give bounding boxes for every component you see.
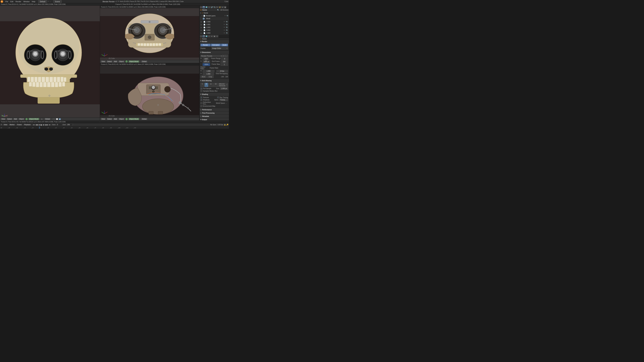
metadata-section-header[interactable]: ▷ Metadata xyxy=(200,115,229,118)
env-map-checkbox[interactable] xyxy=(200,105,202,107)
prop-icon-texture[interactable]: ▦ xyxy=(224,6,226,8)
timeline-key-btn[interactable]: 🔑 xyxy=(226,124,228,125)
layer-3002-eye[interactable]: 👁 xyxy=(224,29,225,31)
layer-2000-cam[interactable]: 📷 xyxy=(226,21,228,22)
playback-btn[interactable]: Playback xyxy=(23,123,32,126)
textures-checkbox[interactable] xyxy=(200,96,202,98)
dimensions-section-header[interactable]: ▾ Dimensions xyxy=(200,51,229,54)
fps-input[interactable]: 24 fps xyxy=(216,70,228,72)
select-btn-br[interactable]: Select xyxy=(106,118,113,120)
start-frame-input[interactable]: 0 xyxy=(221,58,228,60)
renderlayers-eye[interactable]: 👁 xyxy=(224,15,226,16)
render-btn[interactable]: Render xyxy=(200,44,210,46)
frame-btn[interactable]: Frame xyxy=(16,123,23,126)
aa-size-input[interactable]: 1.000 px xyxy=(220,87,228,90)
prop-icon-render[interactable]: 🎥 xyxy=(200,6,202,8)
prop-icon-constraints[interactable]: 🔗 xyxy=(210,6,213,8)
next-keyframe-btn[interactable]: ▶▶ xyxy=(45,124,48,126)
select-btn-tr[interactable]: Select xyxy=(106,60,113,63)
scene-search-btn[interactable]: 🔍 xyxy=(217,9,219,11)
prop-icon-modifiers[interactable]: 🔧 xyxy=(213,6,216,8)
add-btn-tr[interactable]: Add xyxy=(113,60,118,63)
object-btn-tr[interactable]: Object xyxy=(118,60,125,63)
alpha-dropdown[interactable]: Transpar... xyxy=(219,99,228,101)
presets-remove-btn[interactable]: - xyxy=(225,55,228,57)
aa-filter-dropdown[interactable]: Mitchell-Netravali ▾ xyxy=(218,83,228,87)
prop-icon2-part[interactable]: ✦ xyxy=(216,35,218,37)
renderlayers-cam[interactable]: 📷 xyxy=(226,15,228,16)
timeline-ruler[interactable]: -50 -40 -30 -20 -10 0 10 20 30 40 50 60 … xyxy=(0,126,229,129)
bord-btn[interactable]: Bord xyxy=(200,76,206,78)
performance-section-header[interactable]: ▷ Performance xyxy=(200,108,229,111)
presets-add-btn[interactable]: + xyxy=(222,55,225,57)
shading-section-header[interactable]: ▾ Shading xyxy=(200,93,229,96)
layer-item-2002[interactable]: ▷ 📄 2.002 👁 📷 xyxy=(200,26,229,29)
layer-2002-cam[interactable]: 📷 xyxy=(226,26,228,28)
aa-val-11[interactable]: 11 xyxy=(208,83,213,87)
select-btn-left[interactable]: Select xyxy=(6,118,13,120)
menu-render[interactable]: Render xyxy=(14,0,22,3)
viewport-left[interactable]: X Y Z (0) Cube View Select Add Object Ob… xyxy=(0,6,100,120)
layer-item-3002[interactable]: ▷ 📄 3.002 👁 📷 xyxy=(200,29,229,31)
aspect-y-input[interactable]: 1.000 xyxy=(203,73,214,75)
play-end-btn[interactable]: ⏭ xyxy=(49,124,51,126)
prop-icon2-render[interactable]: 🎥 xyxy=(200,35,202,37)
layer-2001-eye[interactable]: 👁 xyxy=(224,24,225,25)
play-btn[interactable]: ▶ xyxy=(41,123,42,126)
crop-btn[interactable]: Crop xyxy=(207,76,214,78)
start-frame-input[interactable] xyxy=(56,123,62,126)
prop-icon2-obj[interactable]: ⬡ xyxy=(208,35,210,37)
layout-selector[interactable]: Default xyxy=(38,0,47,3)
scene-tree-renderlayers[interactable]: ▾ 📄 RenderLayers 👁 📷 xyxy=(200,14,229,17)
shadows-checkbox[interactable] xyxy=(200,99,202,101)
view-btn-tr[interactable]: View xyxy=(100,60,106,63)
prop-icon-physics[interactable]: ⚡ xyxy=(218,6,221,8)
view-icon-3[interactable]: ◆ xyxy=(59,118,61,120)
aa-val-5[interactable]: 5 xyxy=(200,83,204,87)
aa-val-8[interactable]: 8 xyxy=(204,83,208,87)
aa-section-header[interactable]: ▾ Anti-Aliasing xyxy=(200,79,229,82)
prop-icon-material[interactable]: ● xyxy=(221,6,224,8)
prop-icon-scene[interactable]: 📷 xyxy=(202,6,205,8)
scene-tree-world[interactable]: World xyxy=(200,17,229,20)
menu-window[interactable]: Window xyxy=(22,0,30,3)
object-mode-btn-tr[interactable]: Object Mode xyxy=(128,60,139,63)
layer-4003-cam[interactable]: 📷 xyxy=(226,32,228,34)
all-scenes-btn[interactable]: All Scenes xyxy=(220,9,228,11)
layer-item-4003[interactable]: ▷ 📄 4.003 👁 📷 xyxy=(200,31,229,34)
end-frame-input[interactable] xyxy=(67,123,72,126)
marker-btn[interactable]: Marker xyxy=(9,123,16,126)
layer-3002-cam[interactable]: 📷 xyxy=(226,29,228,31)
prop-icon2-mat[interactable]: ● xyxy=(210,35,213,37)
scene-selector[interactable]: Scene xyxy=(53,0,62,3)
layer-item-2000[interactable]: ▷ 📄 2.000 👁 📷 xyxy=(200,20,229,23)
timeline-lock-btn[interactable]: 🔒 xyxy=(224,124,226,125)
view-icon-2[interactable]: ⬜ xyxy=(56,118,58,120)
render-presets-dropdown[interactable]: Render Presets ▾ xyxy=(200,55,222,57)
prop-icon2-scene[interactable]: 🎬 xyxy=(202,35,205,37)
view-menu-btn[interactable]: View xyxy=(3,123,8,126)
global-btn-left[interactable]: Global xyxy=(44,118,51,120)
menu-file[interactable]: File xyxy=(4,0,9,3)
pct-input[interactable]: 100% xyxy=(203,63,210,66)
end-frame-input[interactable]: 250 xyxy=(220,60,228,63)
prop-icon-object[interactable]: ⬡ xyxy=(208,6,210,8)
play-start-btn[interactable]: ⏮ xyxy=(33,124,35,126)
object-btn-br[interactable]: Object xyxy=(118,118,125,120)
motion-blur-checkbox[interactable] xyxy=(200,90,202,92)
frame-step-input[interactable]: 1 xyxy=(220,63,228,66)
res-y-input[interactable]: 1080 px xyxy=(203,60,210,63)
render-section-header[interactable]: ▾ Render xyxy=(200,40,229,43)
ray-tracing-checkbox[interactable] xyxy=(217,96,219,98)
viewport-top-right[interactable]: Frame:0 | Time:00:01.63 | Ve:62286 Fa:49… xyxy=(100,6,199,63)
subsurface-checkbox[interactable] xyxy=(200,102,202,104)
res-x-input[interactable]: 1920 px xyxy=(203,58,210,60)
prev-keyframe-btn[interactable]: ◀◀ xyxy=(36,124,38,126)
output-section-header[interactable]: ▾ Output xyxy=(200,118,229,120)
layer-2002-eye[interactable]: 👁 xyxy=(224,26,225,28)
prop-icon-world[interactable]: 🌍 xyxy=(205,6,208,8)
global-btn-tr[interactable]: Global xyxy=(141,60,148,63)
view-icon-1[interactable]: ⬛ xyxy=(52,118,55,120)
full-sample-checkbox[interactable] xyxy=(200,88,202,89)
layer-item-2001[interactable]: ▷ 📄 2.001 👁 📷 xyxy=(200,23,229,26)
